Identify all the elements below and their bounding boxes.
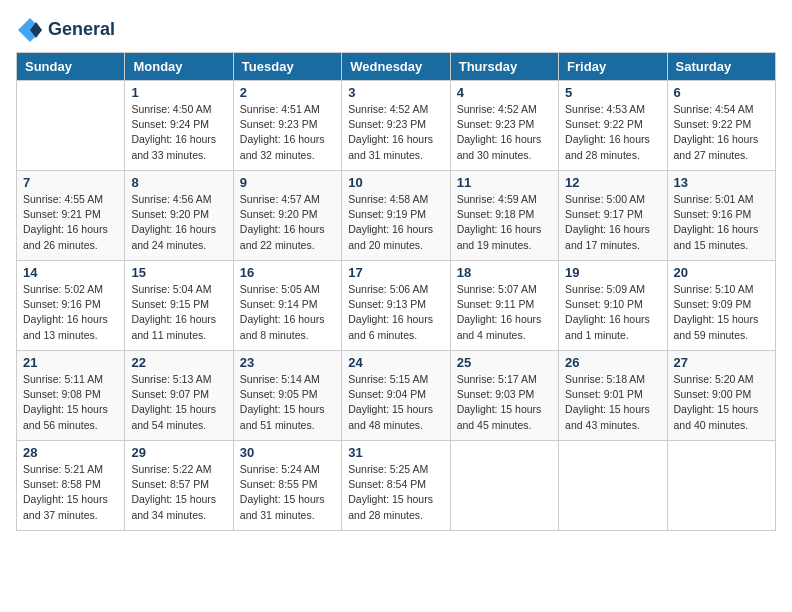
day-info: Sunrise: 4:52 AM Sunset: 9:23 PM Dayligh… <box>348 102 443 163</box>
header-cell-thursday: Thursday <box>450 53 558 81</box>
logo: General <box>16 16 115 44</box>
day-cell: 17Sunrise: 5:06 AM Sunset: 9:13 PM Dayli… <box>342 261 450 351</box>
calendar-header: SundayMondayTuesdayWednesdayThursdayFrid… <box>17 53 776 81</box>
page-header: General <box>16 16 776 44</box>
day-number: 25 <box>457 355 552 370</box>
day-number: 15 <box>131 265 226 280</box>
day-number: 13 <box>674 175 769 190</box>
day-cell: 30Sunrise: 5:24 AM Sunset: 8:55 PM Dayli… <box>233 441 341 531</box>
day-cell: 9Sunrise: 4:57 AM Sunset: 9:20 PM Daylig… <box>233 171 341 261</box>
day-cell: 27Sunrise: 5:20 AM Sunset: 9:00 PM Dayli… <box>667 351 775 441</box>
day-cell: 1Sunrise: 4:50 AM Sunset: 9:24 PM Daylig… <box>125 81 233 171</box>
day-cell: 29Sunrise: 5:22 AM Sunset: 8:57 PM Dayli… <box>125 441 233 531</box>
day-number: 11 <box>457 175 552 190</box>
day-number: 19 <box>565 265 660 280</box>
day-cell: 14Sunrise: 5:02 AM Sunset: 9:16 PM Dayli… <box>17 261 125 351</box>
day-info: Sunrise: 4:53 AM Sunset: 9:22 PM Dayligh… <box>565 102 660 163</box>
day-info: Sunrise: 5:15 AM Sunset: 9:04 PM Dayligh… <box>348 372 443 433</box>
day-number: 30 <box>240 445 335 460</box>
day-number: 24 <box>348 355 443 370</box>
day-info: Sunrise: 4:50 AM Sunset: 9:24 PM Dayligh… <box>131 102 226 163</box>
header-cell-monday: Monday <box>125 53 233 81</box>
day-info: Sunrise: 4:51 AM Sunset: 9:23 PM Dayligh… <box>240 102 335 163</box>
day-info: Sunrise: 5:21 AM Sunset: 8:58 PM Dayligh… <box>23 462 118 523</box>
header-cell-wednesday: Wednesday <box>342 53 450 81</box>
calendar-body: 1Sunrise: 4:50 AM Sunset: 9:24 PM Daylig… <box>17 81 776 531</box>
header-row: SundayMondayTuesdayWednesdayThursdayFrid… <box>17 53 776 81</box>
day-cell: 16Sunrise: 5:05 AM Sunset: 9:14 PM Dayli… <box>233 261 341 351</box>
day-cell <box>450 441 558 531</box>
day-info: Sunrise: 4:52 AM Sunset: 9:23 PM Dayligh… <box>457 102 552 163</box>
day-number: 6 <box>674 85 769 100</box>
day-info: Sunrise: 5:14 AM Sunset: 9:05 PM Dayligh… <box>240 372 335 433</box>
week-row-5: 28Sunrise: 5:21 AM Sunset: 8:58 PM Dayli… <box>17 441 776 531</box>
day-info: Sunrise: 5:22 AM Sunset: 8:57 PM Dayligh… <box>131 462 226 523</box>
day-cell: 2Sunrise: 4:51 AM Sunset: 9:23 PM Daylig… <box>233 81 341 171</box>
day-info: Sunrise: 4:57 AM Sunset: 9:20 PM Dayligh… <box>240 192 335 253</box>
day-cell: 6Sunrise: 4:54 AM Sunset: 9:22 PM Daylig… <box>667 81 775 171</box>
day-number: 1 <box>131 85 226 100</box>
day-info: Sunrise: 5:04 AM Sunset: 9:15 PM Dayligh… <box>131 282 226 343</box>
day-number: 5 <box>565 85 660 100</box>
day-cell: 15Sunrise: 5:04 AM Sunset: 9:15 PM Dayli… <box>125 261 233 351</box>
header-cell-sunday: Sunday <box>17 53 125 81</box>
day-number: 27 <box>674 355 769 370</box>
day-number: 9 <box>240 175 335 190</box>
day-cell: 10Sunrise: 4:58 AM Sunset: 9:19 PM Dayli… <box>342 171 450 261</box>
week-row-3: 14Sunrise: 5:02 AM Sunset: 9:16 PM Dayli… <box>17 261 776 351</box>
day-cell: 12Sunrise: 5:00 AM Sunset: 9:17 PM Dayli… <box>559 171 667 261</box>
day-info: Sunrise: 5:24 AM Sunset: 8:55 PM Dayligh… <box>240 462 335 523</box>
day-cell: 26Sunrise: 5:18 AM Sunset: 9:01 PM Dayli… <box>559 351 667 441</box>
day-info: Sunrise: 5:17 AM Sunset: 9:03 PM Dayligh… <box>457 372 552 433</box>
day-cell <box>667 441 775 531</box>
day-number: 29 <box>131 445 226 460</box>
day-cell: 22Sunrise: 5:13 AM Sunset: 9:07 PM Dayli… <box>125 351 233 441</box>
day-cell: 24Sunrise: 5:15 AM Sunset: 9:04 PM Dayli… <box>342 351 450 441</box>
day-cell: 18Sunrise: 5:07 AM Sunset: 9:11 PM Dayli… <box>450 261 558 351</box>
day-cell: 20Sunrise: 5:10 AM Sunset: 9:09 PM Dayli… <box>667 261 775 351</box>
day-info: Sunrise: 5:06 AM Sunset: 9:13 PM Dayligh… <box>348 282 443 343</box>
day-cell: 11Sunrise: 4:59 AM Sunset: 9:18 PM Dayli… <box>450 171 558 261</box>
day-info: Sunrise: 4:56 AM Sunset: 9:20 PM Dayligh… <box>131 192 226 253</box>
day-cell: 7Sunrise: 4:55 AM Sunset: 9:21 PM Daylig… <box>17 171 125 261</box>
day-cell: 4Sunrise: 4:52 AM Sunset: 9:23 PM Daylig… <box>450 81 558 171</box>
week-row-1: 1Sunrise: 4:50 AM Sunset: 9:24 PM Daylig… <box>17 81 776 171</box>
day-number: 7 <box>23 175 118 190</box>
day-cell: 23Sunrise: 5:14 AM Sunset: 9:05 PM Dayli… <box>233 351 341 441</box>
day-info: Sunrise: 5:18 AM Sunset: 9:01 PM Dayligh… <box>565 372 660 433</box>
day-cell: 13Sunrise: 5:01 AM Sunset: 9:16 PM Dayli… <box>667 171 775 261</box>
day-cell: 3Sunrise: 4:52 AM Sunset: 9:23 PM Daylig… <box>342 81 450 171</box>
day-number: 26 <box>565 355 660 370</box>
day-cell: 31Sunrise: 5:25 AM Sunset: 8:54 PM Dayli… <box>342 441 450 531</box>
day-cell <box>559 441 667 531</box>
day-info: Sunrise: 4:54 AM Sunset: 9:22 PM Dayligh… <box>674 102 769 163</box>
day-cell: 19Sunrise: 5:09 AM Sunset: 9:10 PM Dayli… <box>559 261 667 351</box>
logo-text: General <box>48 20 115 40</box>
day-cell: 28Sunrise: 5:21 AM Sunset: 8:58 PM Dayli… <box>17 441 125 531</box>
day-cell: 21Sunrise: 5:11 AM Sunset: 9:08 PM Dayli… <box>17 351 125 441</box>
week-row-4: 21Sunrise: 5:11 AM Sunset: 9:08 PM Dayli… <box>17 351 776 441</box>
day-info: Sunrise: 5:11 AM Sunset: 9:08 PM Dayligh… <box>23 372 118 433</box>
day-number: 3 <box>348 85 443 100</box>
day-number: 14 <box>23 265 118 280</box>
day-info: Sunrise: 5:20 AM Sunset: 9:00 PM Dayligh… <box>674 372 769 433</box>
day-number: 31 <box>348 445 443 460</box>
header-cell-friday: Friday <box>559 53 667 81</box>
day-number: 28 <box>23 445 118 460</box>
day-info: Sunrise: 5:01 AM Sunset: 9:16 PM Dayligh… <box>674 192 769 253</box>
day-number: 21 <box>23 355 118 370</box>
day-info: Sunrise: 5:00 AM Sunset: 9:17 PM Dayligh… <box>565 192 660 253</box>
day-info: Sunrise: 5:05 AM Sunset: 9:14 PM Dayligh… <box>240 282 335 343</box>
day-info: Sunrise: 5:02 AM Sunset: 9:16 PM Dayligh… <box>23 282 118 343</box>
day-number: 8 <box>131 175 226 190</box>
day-info: Sunrise: 5:10 AM Sunset: 9:09 PM Dayligh… <box>674 282 769 343</box>
day-info: Sunrise: 4:55 AM Sunset: 9:21 PM Dayligh… <box>23 192 118 253</box>
day-info: Sunrise: 4:59 AM Sunset: 9:18 PM Dayligh… <box>457 192 552 253</box>
day-info: Sunrise: 5:07 AM Sunset: 9:11 PM Dayligh… <box>457 282 552 343</box>
calendar-table: SundayMondayTuesdayWednesdayThursdayFrid… <box>16 52 776 531</box>
day-cell <box>17 81 125 171</box>
header-cell-saturday: Saturday <box>667 53 775 81</box>
day-number: 20 <box>674 265 769 280</box>
day-number: 22 <box>131 355 226 370</box>
day-number: 16 <box>240 265 335 280</box>
